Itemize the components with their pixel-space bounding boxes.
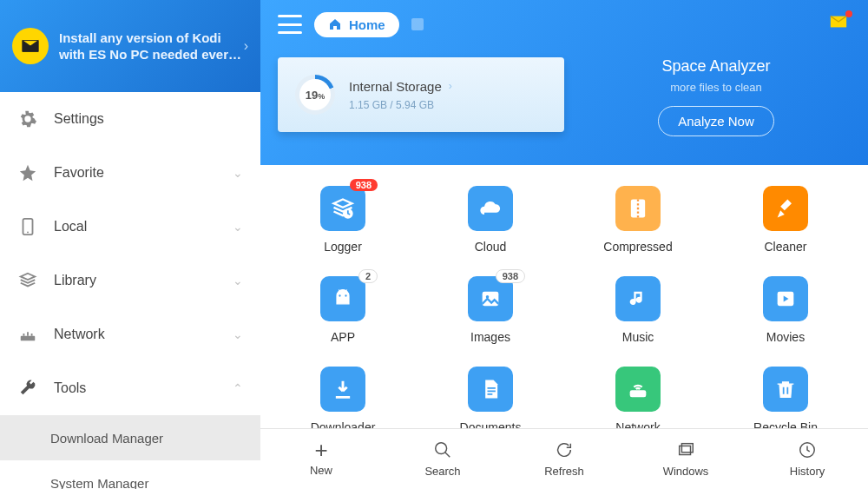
sidebar-item-label: Local: [54, 219, 87, 235]
category-grid: 938LoggerCloudCompressedCleaner2APP938Im…: [269, 186, 859, 428]
music-icon: [615, 276, 661, 321]
sidebar-item-label: Library: [54, 273, 96, 288]
zip-icon: [615, 186, 661, 231]
analyzer-subtitle: more files to clean: [670, 81, 762, 94]
svg-rect-7: [483, 292, 499, 306]
bottom-windows[interactable]: Windows: [625, 429, 746, 489]
tile-label: APP: [331, 330, 355, 344]
tile-music[interactable]: Music: [564, 276, 712, 344]
gear-icon: [17, 109, 38, 129]
svg-rect-12: [680, 446, 691, 454]
svg-point-5: [339, 294, 340, 296]
tile-label: Images: [470, 330, 510, 344]
tile-documents[interactable]: Documents: [417, 367, 564, 428]
tile-label: Network: [615, 420, 660, 428]
tile-label: Music: [622, 330, 654, 344]
tile-compressed[interactable]: Compressed: [564, 186, 712, 254]
bottom-label: Search: [424, 465, 460, 478]
sidebar-item-label: Tools: [54, 380, 86, 396]
chevron-right-icon: ›: [449, 80, 452, 92]
tile-cleaner[interactable]: Cleaner: [712, 186, 859, 254]
storage-percent: 19%: [306, 89, 325, 102]
sidebar-item-tools[interactable]: Tools ⌃: [0, 361, 260, 415]
tile-app[interactable]: 2APP: [269, 276, 417, 344]
promo-text: Install any version of Kodi with ES No P…: [59, 30, 248, 63]
plus-icon: +: [314, 441, 327, 459]
stack-clock-icon: 938: [320, 186, 365, 231]
search-icon: [433, 440, 452, 459]
badge: 2: [358, 269, 378, 283]
bottom-label: Windows: [663, 465, 709, 478]
analyze-now-button[interactable]: Analyze Now: [658, 106, 774, 136]
chevron-down-icon: ⌄: [233, 220, 243, 234]
tile-logger[interactable]: 938Logger: [269, 186, 417, 254]
notification-dot: [845, 10, 852, 17]
main: Home 19% Internal Storage ›: [260, 0, 868, 489]
bottom-search[interactable]: Search: [382, 429, 503, 489]
play-icon: [763, 276, 808, 321]
menu-button[interactable]: [278, 15, 302, 34]
analyzer-title: Space Analyzer: [661, 57, 770, 76]
download-icon: [320, 367, 365, 412]
image-icon: 938: [468, 276, 513, 321]
sidebar-item-label: Network: [54, 327, 105, 342]
net-share-icon: [615, 367, 661, 412]
tile-cloud[interactable]: Cloud: [417, 186, 564, 254]
tile-label: Downloader: [311, 420, 376, 428]
promo-banner[interactable]: Install any version of Kodi with ES No P…: [0, 0, 260, 92]
bottom-bar: + New Search Refresh Windows History: [260, 428, 868, 489]
tile-images[interactable]: 938Images: [417, 276, 564, 344]
svg-point-11: [436, 443, 447, 454]
sidebar-sub-download-manager[interactable]: Download Manager: [0, 415, 260, 460]
storage-info: Internal Storage › 1.15 GB / 5.94 GB: [349, 79, 452, 111]
tile-recycle-bin[interactable]: Recycle Bin: [712, 367, 859, 428]
storage-subtitle: 1.15 GB / 5.94 GB: [349, 99, 452, 111]
doc-icon: [468, 367, 513, 412]
star-icon: [17, 162, 38, 183]
sidebar-item-settings[interactable]: Settings: [0, 92, 260, 146]
android-icon: 2: [320, 276, 365, 321]
bottom-new[interactable]: + New: [260, 429, 382, 489]
tile-label: Compressed: [603, 240, 672, 254]
tile-movies[interactable]: Movies: [712, 276, 859, 344]
sidebar-item-library[interactable]: Library ⌄: [0, 254, 260, 307]
chevron-up-icon: ⌃: [233, 381, 243, 395]
tab-placeholder: [411, 18, 424, 30]
header: Home 19% Internal Storage ›: [260, 0, 868, 165]
trash-icon: [763, 367, 808, 412]
cloud-icon: [468, 186, 513, 231]
sidebar-item-label: Settings: [54, 111, 104, 127]
chevron-down-icon: ⌄: [233, 274, 243, 287]
sidebar-item-network[interactable]: Network ⌄: [0, 307, 260, 361]
badge: 938: [496, 269, 525, 283]
svg-point-6: [345, 294, 346, 296]
sidebar: Install any version of Kodi with ES No P…: [0, 0, 260, 489]
home-icon: [328, 17, 342, 31]
storage-ring: 19%: [295, 75, 335, 115]
bottom-history[interactable]: History: [746, 429, 868, 489]
svg-point-1: [27, 232, 29, 234]
storage-card[interactable]: 19% Internal Storage › 1.15 GB / 5.94 GB: [278, 57, 564, 132]
tile-downloader[interactable]: Downloader: [269, 367, 417, 428]
bottom-refresh[interactable]: Refresh: [503, 429, 625, 489]
badge: 938: [350, 179, 378, 191]
tab-home-label: Home: [349, 17, 385, 32]
chevron-down-icon: ⌄: [233, 166, 243, 180]
tile-network[interactable]: Network: [564, 367, 712, 428]
phone-icon: [17, 216, 38, 237]
sidebar-item-favorite[interactable]: Favorite ⌄: [0, 146, 260, 200]
header-body: 19% Internal Storage › 1.15 GB / 5.94 GB…: [278, 49, 851, 136]
svg-rect-2: [21, 336, 36, 341]
bottom-label: New: [310, 464, 332, 477]
tab-home[interactable]: Home: [314, 12, 399, 37]
notifications-button[interactable]: [826, 12, 851, 36]
tile-label: Recycle Bin: [753, 420, 818, 428]
sidebar-item-local[interactable]: Local ⌄: [0, 200, 260, 254]
wrench-icon: [17, 378, 38, 399]
sidebar-sub-label: System Manager: [50, 476, 148, 490]
sidebar-sub-system-manager[interactable]: System Manager: [0, 460, 260, 489]
chevron-down-icon: ⌄: [233, 327, 243, 341]
clock-icon: [798, 440, 817, 459]
grid-area: 938LoggerCloudCompressedCleaner2APP938Im…: [260, 165, 868, 428]
app-root: Install any version of Kodi with ES No P…: [0, 0, 868, 489]
